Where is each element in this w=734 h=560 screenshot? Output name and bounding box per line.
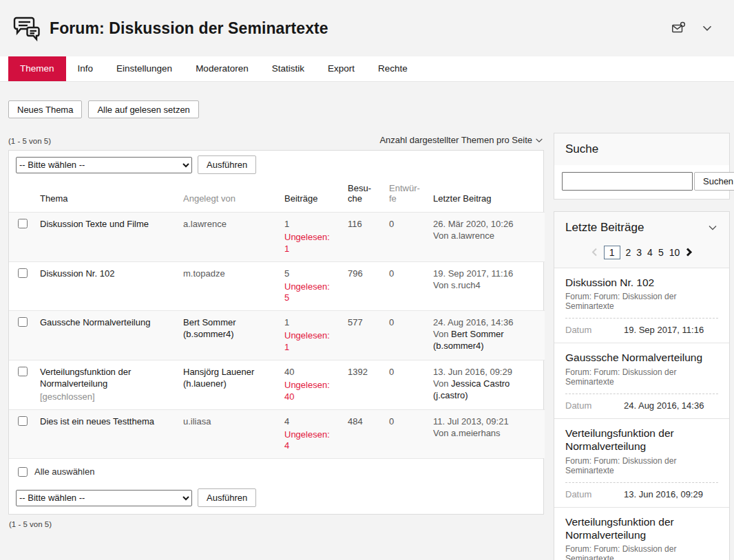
date-value: 19. Sep 2017, 11:16 <box>624 325 704 335</box>
topics-panel: -- Bitte wählen -- Ausführen Thema Angel… <box>8 150 544 515</box>
latest-post-title[interactable]: Verteilungsfunktion der Normalverteilung <box>565 427 718 453</box>
select-all-checkbox[interactable] <box>18 467 28 477</box>
topic-author-link[interactable]: Bert Sommer (b.sommer4) <box>183 317 236 339</box>
row-checkbox[interactable] <box>18 219 28 228</box>
search-panel-title: Suche <box>565 142 598 156</box>
last-post-date: 11. Jul 2013, 09:21 <box>433 416 509 427</box>
tab-rechte[interactable]: Rechte <box>366 56 419 81</box>
mail-notification-icon[interactable] <box>671 21 686 36</box>
latest-post-forum: Forum: Forum: Diskussion der Seminartext… <box>565 367 718 387</box>
forum-icon <box>11 12 43 44</box>
latest-post-title[interactable]: Diskussion Nr. 102 <box>565 276 718 289</box>
select-all-label: Alle auswählen <box>34 466 94 477</box>
collapse-chevron-icon[interactable] <box>707 222 718 233</box>
von-label: Von <box>433 329 448 339</box>
tab-themen[interactable]: Themen <box>8 56 66 81</box>
header-chevron-down-icon[interactable] <box>700 21 715 36</box>
topic-link[interactable]: Dies ist ein neues Testthema <box>40 416 154 427</box>
unread-link[interactable]: Ungelesen: 5 <box>284 281 337 305</box>
page-number[interactable]: 4 <box>647 247 653 258</box>
topic-link[interactable]: Gaussche Normalverteilung <box>40 317 150 327</box>
tab-export[interactable]: Export <box>316 56 366 81</box>
search-button[interactable]: Suchen <box>694 172 734 191</box>
unread-link[interactable]: Ungelesen: 1 <box>284 330 337 354</box>
page-number[interactable]: 3 <box>636 247 642 258</box>
drafts-count: 0 <box>389 367 394 377</box>
table-row: Gaussche Normalverteilung Bert Sommer (b… <box>9 311 545 360</box>
row-checkbox[interactable] <box>18 268 28 278</box>
tab-info[interactable]: Info <box>66 56 105 81</box>
page-number[interactable]: 2 <box>626 247 631 258</box>
range-info-top: (1 - 5 von 5) <box>8 137 51 145</box>
posts-count: 4 <box>284 416 289 427</box>
search-input[interactable] <box>562 172 693 191</box>
page-number[interactable]: 5 <box>658 247 664 258</box>
chevron-down-icon <box>534 136 544 145</box>
col-beitraege[interactable]: Beiträge <box>279 179 342 213</box>
tab-statistik[interactable]: Statistik <box>260 56 316 81</box>
date-label: Datum <box>565 489 624 499</box>
latest-post-forum: Forum: Forum: Diskussion der Seminartext… <box>565 456 718 475</box>
execute-button-top[interactable]: Ausführen <box>198 155 256 174</box>
posts-count: 1 <box>284 317 289 327</box>
per-page-label: Anzahl dargestellter Themen pro Seite <box>379 135 532 145</box>
latest-posts-title: Letzte Beiträge <box>565 221 644 235</box>
latest-posts-header: Letzte Beiträge <box>554 212 729 244</box>
page-title: Forum: Diskussion der Seminartexte <box>50 19 328 38</box>
execute-button-bottom[interactable]: Ausführen <box>198 488 256 507</box>
new-topic-button[interactable]: Neues Thema <box>8 100 82 118</box>
latest-post-item: Verteilungsfunktion der Normalverteilung… <box>554 507 729 560</box>
row-checkbox[interactable] <box>18 317 28 327</box>
table-row: Diskussion Nr. 102 m.topadze 5 Ungelesen… <box>9 261 545 311</box>
tab-einstellungen[interactable]: Einstellungen <box>105 56 184 81</box>
topic-link[interactable]: Diskussion Nr. 102 <box>40 268 114 279</box>
main-column: Neues Thema Alle auf gelesen setzen (1 -… <box>8 100 544 560</box>
unread-link[interactable]: Ungelesen: 40 <box>284 380 337 403</box>
table-row: Diskussion Texte und Filme a.lawrence 1 … <box>9 213 545 262</box>
visits-count: 577 <box>348 317 363 327</box>
latest-post-forum: Forum: Forum: Diskussion der Seminartext… <box>565 544 718 560</box>
drafts-count: 0 <box>389 219 394 229</box>
last-post-date: 26. Mär 2020, 10:26 <box>433 219 513 229</box>
per-page-control[interactable]: Anzahl dargestellter Themen pro Seite <box>379 135 544 145</box>
mark-all-read-button[interactable]: Alle auf gelesen setzen <box>88 100 198 118</box>
row-checkbox[interactable] <box>18 416 28 426</box>
visits-count: 796 <box>348 268 363 279</box>
page-number-current[interactable]: 1 <box>604 246 620 259</box>
posts-count: 1 <box>284 219 289 229</box>
bulk-action-select-bottom[interactable]: -- Bitte wählen -- <box>16 490 192 506</box>
table-row: Verteilungsfunktion der Normalverteilung… <box>9 360 545 410</box>
latest-post-item: Diskussion Nr. 102 Forum: Forum: Diskuss… <box>554 268 729 343</box>
topic-status-note: [geschlossen] <box>40 391 172 403</box>
topic-author: a.lawrence <box>183 219 227 229</box>
posts-count: 40 <box>284 367 294 377</box>
col-letzter-beitrag[interactable]: Letzter Beitrag <box>428 179 545 213</box>
bulk-action-select-top[interactable]: -- Bitte wählen -- <box>16 157 192 173</box>
latest-post-title[interactable]: Gausssche Normalverteilung <box>565 351 718 364</box>
col-thema[interactable]: Thema <box>34 179 178 213</box>
tabbar: Themen Info Einstellungen Moderatoren St… <box>0 56 734 81</box>
table-header-row: Thema Angelegt von Beiträge Besu­che Ent… <box>9 179 545 213</box>
unread-link[interactable]: Ungelesen: 1 <box>284 232 337 255</box>
page-header: Forum: Diskussion der Seminartexte <box>0 0 734 56</box>
last-post-date: 19. Sep 2017, 11:16 <box>433 268 513 279</box>
posts-count: 5 <box>284 268 289 279</box>
von-label: Von <box>433 378 448 389</box>
col-besuche[interactable]: Besu­che <box>342 179 384 213</box>
unread-link[interactable]: Ungelesen: 4 <box>284 429 337 453</box>
latest-post-title[interactable]: Verteilungsfunktion der Normalverteilung <box>565 515 718 542</box>
page-next-icon[interactable] <box>685 247 693 259</box>
row-checkbox[interactable] <box>18 367 28 376</box>
page-prev-icon <box>591 247 598 259</box>
header-actions <box>671 21 724 36</box>
topic-link[interactable]: Verteilungsfunktion der Normalverteilung <box>40 367 131 389</box>
last-post-author: a.lawrence <box>451 230 494 241</box>
topics-table: Thema Angelegt von Beiträge Besu­che Ent… <box>9 179 545 458</box>
topic-author-link[interactable]: Hansjörg Lauener (h.lauener) <box>183 367 254 389</box>
topic-link[interactable]: Diskussion Texte und Filme <box>40 219 149 229</box>
last-post-author: a.meierhans <box>451 428 501 438</box>
tab-moderatoren[interactable]: Moderatoren <box>184 56 260 81</box>
date-value: 24. Aug 2016, 14:36 <box>624 400 704 411</box>
page-number[interactable]: 10 <box>669 247 680 258</box>
latest-post-forum: Forum: Forum: Diskussion der Seminartext… <box>565 292 718 311</box>
